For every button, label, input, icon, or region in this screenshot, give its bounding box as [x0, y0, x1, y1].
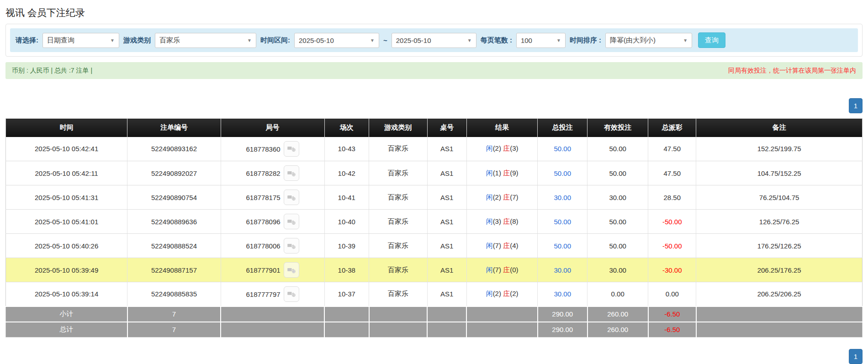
cell-total-bet: 50.00 [538, 161, 587, 185]
cell-valid-bet: 30.00 [587, 185, 648, 210]
total-bet-link[interactable]: 50.00 [554, 169, 571, 177]
cell-valid-bet: 30.00 [587, 258, 648, 282]
round-id-text: 618777797 [246, 290, 281, 298]
subtotal-total-bet: 290.00 [538, 306, 587, 322]
cell-time: 2025-05-10 05:41:31 [6, 185, 127, 210]
page-button-1[interactable]: 1 [849, 349, 863, 364]
date-from-picker[interactable]: 2025-05-10 ▼ [294, 33, 379, 48]
total-bet-link[interactable]: 30.00 [554, 194, 571, 201]
cell-total-bet: 50.00 [538, 234, 587, 258]
cell-session: 10-42 [324, 161, 369, 185]
total-bet-link[interactable]: 50.00 [554, 242, 571, 250]
table-row: 2025-05-10 05:42:41 522490893162 6187783… [6, 137, 863, 161]
cell-time: 2025-05-10 05:39:14 [6, 282, 127, 306]
query-type-value: 日期查询 [47, 36, 74, 45]
video-replay-button[interactable] [284, 190, 299, 205]
result-banker-label: 庄 [503, 144, 510, 152]
total-bet-link[interactable]: 30.00 [554, 290, 571, 298]
cell-game-type: 百家乐 [369, 161, 428, 185]
cell-payout: 47.50 [648, 161, 696, 185]
cell-session: 10-41 [324, 185, 369, 210]
round-id-text: 618778006 [246, 242, 281, 250]
result-player-label: 闲 [486, 242, 493, 249]
cell-payout: -50.00 [648, 234, 696, 258]
cell-payout: -50.00 [648, 210, 696, 234]
page-button-1[interactable]: 1 [849, 98, 863, 113]
header-round-id: 局号 [221, 119, 324, 137]
table-row: 2025-05-10 05:41:31 522490890754 6187781… [6, 185, 863, 210]
search-button[interactable]: 查询 [698, 32, 725, 48]
cell-remark: 76.25/104.75 [696, 185, 863, 210]
result-player-score: (7) [493, 266, 501, 274]
cell-table-no: AS1 [427, 258, 466, 282]
filter-bar: 请选择: 日期查询 ▼ 游戏类别 百家乐 ▼ 时间区间: 2025-05-10 … [10, 28, 858, 52]
result-banker-label: 庄 [503, 290, 510, 297]
table-row: 2025-05-10 05:39:14 522490885835 6187777… [6, 282, 863, 306]
cell-remark: 152.25/199.75 [696, 137, 863, 161]
total-bet-link[interactable]: 30.00 [554, 266, 571, 274]
cell-remark: 206.25/176.25 [696, 258, 863, 282]
round-id-text: 618778282 [246, 169, 281, 177]
sort-order-dropdown[interactable]: 降幂(由大到小) ▼ [605, 33, 692, 48]
cell-game-type: 百家乐 [369, 137, 428, 161]
page-title: 视讯 会员下注纪录 [5, 0, 863, 24]
cell-session: 10-38 [324, 258, 369, 282]
total-bet-link[interactable]: 50.00 [554, 145, 571, 153]
video-replay-button[interactable] [284, 141, 299, 157]
total-label: 总计 [6, 322, 127, 338]
table-row: 2025-05-10 05:40:26 522490888524 6187780… [6, 234, 863, 258]
cell-remark: 206.25/206.25 [696, 282, 863, 306]
cell-table-no: AS1 [427, 161, 466, 185]
round-id-text: 618778175 [246, 194, 281, 201]
result-player-label: 闲 [486, 266, 493, 274]
round-id-text: 618778360 [246, 145, 281, 153]
cell-time: 2025-05-10 05:41:01 [6, 210, 127, 234]
header-bet-id: 注单编号 [127, 119, 221, 137]
video-replay-button[interactable] [284, 214, 299, 229]
video-replay-button[interactable] [284, 238, 299, 253]
cell-result: 闲(2) 庄(3) [466, 137, 538, 161]
video-replay-button[interactable] [284, 262, 299, 278]
valid-bet-note: 同局有效投注，统一计算在该局第一张注单内 [728, 67, 856, 75]
game-type-dropdown[interactable]: 百家乐 ▼ [155, 33, 256, 48]
result-player-score: (1) [493, 169, 501, 177]
video-icon [287, 143, 296, 154]
date-to-picker[interactable]: 2025-05-10 ▼ [392, 33, 476, 48]
date-range-label: 时间区间: [260, 36, 290, 45]
cell-total-bet: 50.00 [538, 210, 587, 234]
pagination-bottom: 1 [5, 349, 863, 364]
chevron-down-icon: ▼ [110, 38, 115, 43]
cell-result: 闲(7) 庄(0) [466, 258, 538, 282]
header-valid-bet: 有效投注 [587, 119, 648, 137]
header-time: 时间 [6, 119, 127, 137]
video-icon [287, 265, 296, 275]
result-banker-label: 庄 [503, 266, 510, 274]
result-banker-score: (3) [510, 144, 518, 152]
header-table-no: 桌号 [427, 119, 466, 137]
cell-valid-bet: 50.00 [587, 210, 648, 234]
header-total-bet: 总投注 [538, 119, 587, 137]
total-valid-bet: 260.00 [587, 322, 648, 338]
cell-table-no: AS1 [427, 234, 466, 258]
cell-time: 2025-05-10 05:42:41 [6, 137, 127, 161]
video-replay-button[interactable] [284, 165, 299, 181]
query-type-dropdown[interactable]: 日期查询 ▼ [42, 33, 119, 48]
result-player-score: (7) [493, 242, 501, 249]
result-banker-score: (9) [510, 169, 518, 177]
subtotal-label: 小计 [6, 306, 127, 322]
cell-total-bet: 50.00 [538, 137, 587, 161]
cell-payout: 0.00 [648, 282, 696, 306]
date-to-value: 2025-05-10 [396, 37, 431, 44]
cell-session: 10-39 [324, 234, 369, 258]
cell-round-id: 618778360 [221, 137, 324, 161]
cell-round-id: 618777797 [221, 282, 324, 306]
video-replay-button[interactable] [284, 286, 299, 302]
total-bet-link[interactable]: 50.00 [554, 218, 571, 226]
subtotal-valid-bet: 260.00 [587, 306, 648, 322]
cell-game-type: 百家乐 [369, 210, 428, 234]
total-total-bet: 290.00 [538, 322, 587, 338]
table-row: 2025-05-10 05:41:01 522490889636 6187780… [6, 210, 863, 234]
cell-valid-bet: 50.00 [587, 234, 648, 258]
game-type-label: 游戏类别 [123, 36, 151, 45]
page-size-dropdown[interactable]: 100 ▼ [516, 33, 566, 48]
